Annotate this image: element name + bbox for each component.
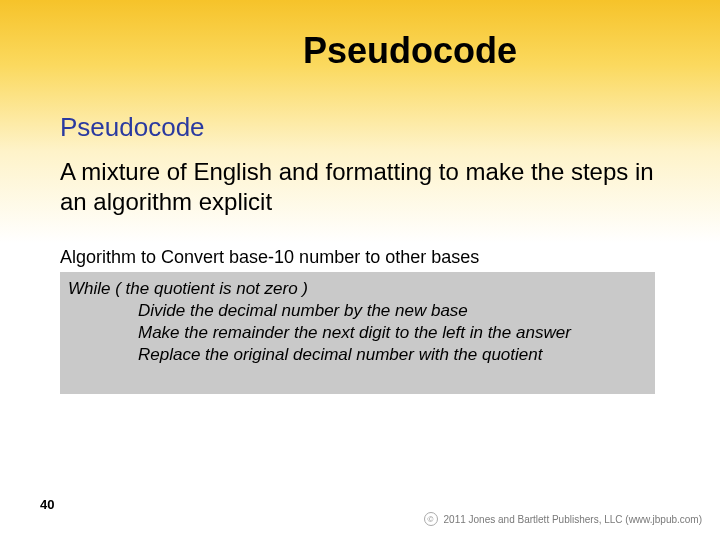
body-paragraph: A mixture of English and formatting to m… [60, 157, 660, 217]
slide-title: Pseudocode [60, 30, 660, 72]
pseudocode-box: While ( the quotient is not zero ) Divid… [60, 272, 655, 394]
code-line-2: Divide the decimal number by the new bas… [68, 300, 647, 322]
slide-container: Pseudocode Pseudocode A mixture of Engli… [0, 0, 720, 540]
footer-credit: © 2011 Jones and Bartlett Publishers, LL… [424, 512, 702, 526]
algorithm-label: Algorithm to Convert base-10 number to o… [60, 247, 660, 268]
code-line-3: Make the remainder the next digit to the… [68, 322, 647, 344]
code-line-1: While ( the quotient is not zero ) [68, 279, 308, 298]
footer-text: 2011 Jones and Bartlett Publishers, LLC … [444, 514, 702, 525]
copyright-icon: © [424, 512, 438, 526]
code-line-4: Replace the original decimal number with… [68, 344, 647, 366]
page-number: 40 [40, 497, 54, 512]
slide-subtitle: Pseudocode [60, 112, 660, 143]
